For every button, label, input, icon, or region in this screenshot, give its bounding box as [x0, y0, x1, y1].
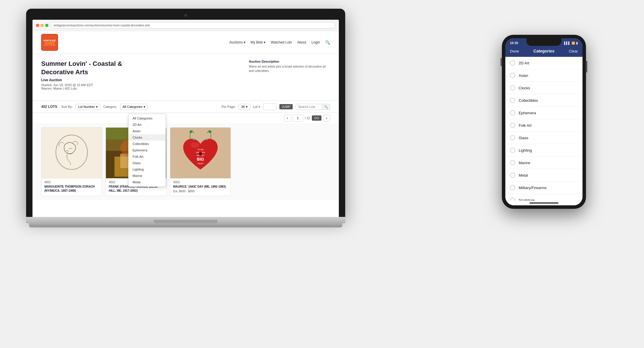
dropdown-item-2dart[interactable]: 2D Art [129, 122, 166, 128]
phone-label-marine: Marine [519, 161, 530, 165]
phone-radio-metal[interactable] [510, 173, 515, 178]
category-label: Category: [103, 105, 117, 108]
lot-number-input[interactable] [263, 103, 276, 110]
phone-category-folk-art[interactable]: Folk Art [505, 119, 583, 132]
jump-button[interactable]: JUMP [279, 104, 293, 109]
go-button[interactable]: GO [312, 115, 321, 121]
lot-estimate-4003: Est. $600 - $800 [173, 189, 228, 193]
sort-by-label: Sort By: [61, 105, 73, 108]
phone-radio-clocks[interactable] [510, 85, 515, 90]
phone-volume-button [501, 58, 502, 66]
webcam [184, 14, 187, 17]
phone-radio-2dart[interactable] [510, 60, 515, 66]
phone-category-collectibles[interactable]: Collectibles [505, 94, 583, 107]
dropdown-item-metal[interactable]: Metal [129, 179, 166, 185]
auction-info: Summer Lovin' - Coastal &Decorative Arts… [32, 54, 339, 101]
phone: 16:35 ▌▌▌ 📶 ▮ Done Categories Clear 2D A… [502, 35, 586, 209]
category-select[interactable]: All Categories ▾ [120, 104, 148, 110]
phone-radio-lighting[interactable] [510, 148, 515, 153]
battery-icon: ▮ [576, 41, 578, 45]
lot-number-4003: 4003 [173, 181, 228, 184]
signal-icon: ▌▌▌ [564, 41, 570, 45]
sort-by-select[interactable]: Lot Number ▾ [75, 104, 100, 110]
phone-category-marine[interactable]: Marine [505, 157, 583, 169]
laptop-foot [29, 223, 342, 227]
phone-radio-ephemera[interactable] [510, 110, 515, 115]
page-number-input[interactable] [293, 115, 303, 122]
logo-vintage: VINTAGE [44, 39, 56, 42]
phone-done-button[interactable]: Done [510, 49, 519, 53]
nav-login[interactable]: Login [312, 40, 320, 44]
phone-label-folk-art: Folk Art [519, 123, 531, 128]
page-info: / 12 [305, 116, 310, 120]
lot-card-4003[interactable]: To My Valentine with the BIG Heart [170, 127, 231, 196]
dropdown-item-lighting[interactable]: Lighting [129, 166, 166, 173]
minimize-button-tl[interactable] [41, 24, 44, 27]
dropdown-item-collectibles[interactable]: Collectibles [129, 141, 166, 147]
phone-clear-button[interactable]: Clear [569, 49, 578, 53]
chevron-down-icon: ▾ [96, 105, 98, 109]
phone-radio-marine[interactable] [510, 160, 515, 165]
phone-home-indicator [505, 201, 583, 205]
address-bar[interactable]: vintageaccentsauctions.com/auctions/summ… [51, 22, 335, 28]
laptop-screen: vintageaccentsauctions.com/auctions/summ… [32, 20, 339, 217]
phone-radio-asian[interactable] [510, 73, 515, 78]
camera-bar [32, 14, 339, 17]
phone-radio-collectibles[interactable] [510, 98, 515, 103]
phone-screen: 16:35 ▌▌▌ 📶 ▮ Done Categories Clear 2D A… [505, 38, 583, 205]
phone-power-button [586, 61, 587, 72]
phone-category-metal[interactable]: Metal [505, 169, 583, 182]
phone-radio-military[interactable] [510, 185, 515, 190]
dropdown-item-ephemera[interactable]: Ephemera [129, 147, 166, 153]
desc-title: Auction Description [249, 60, 330, 63]
dropdown-item-folk-art[interactable]: Folk Art [129, 153, 166, 160]
nav-about[interactable]: About [297, 40, 306, 44]
nav-my-bids[interactable]: My Bids ▾ [251, 40, 266, 44]
dropdown-item-clocks[interactable]: Clocks [129, 134, 166, 141]
nav-auctions[interactable]: Auctions ▾ [229, 40, 245, 44]
phone-time: 16:35 [510, 41, 518, 45]
phone-category-asian[interactable]: Asian [505, 69, 583, 82]
svg-text:Heart: Heart [198, 162, 203, 165]
search-icon[interactable]: 🔍 [325, 40, 330, 45]
lot-title-4001: MARGUERITE THOMPSON ZORACH (NY/ME/CA, 18… [44, 185, 99, 193]
phone-category-clocks[interactable]: Clocks [505, 82, 583, 94]
phone-category-2dart[interactable]: 2D Art [505, 57, 583, 69]
phone-category-glass[interactable]: Glass [505, 132, 583, 144]
per-page-select[interactable]: 36 ▾ [238, 104, 250, 110]
prev-page-button[interactable]: ‹ [284, 115, 291, 122]
phone-category-military[interactable]: Military/Firearms [505, 182, 583, 194]
phone-label-metal: Metal [519, 173, 528, 177]
svg-rect-0 [41, 128, 102, 178]
search-lots-button[interactable]: 🔍 [322, 104, 330, 110]
phone-category-ephemera[interactable]: Ephemera [505, 107, 583, 119]
auction-location: Warren, Maine | 402 Lots [41, 87, 237, 90]
next-page-button[interactable]: › [323, 115, 330, 122]
dropdown-item-glass[interactable]: Glass [129, 160, 166, 166]
close-button-tl[interactable] [36, 24, 39, 27]
laptop-frame: vintageaccentsauctions.com/auctions/summ… [26, 9, 345, 217]
dropdown-item-asian[interactable]: Asian [129, 128, 166, 134]
lot-card-4001[interactable]: 4001 MARGUERITE THOMPSON ZORACH (NY/ME/C… [41, 127, 102, 196]
nav-watched-lots[interactable]: Watched Lots [271, 40, 292, 44]
phone-radio-sculpture[interactable] [510, 197, 515, 201]
home-bar [529, 202, 558, 204]
search-lots-input[interactable] [296, 104, 322, 109]
phone-radio-glass[interactable] [510, 135, 515, 140]
phone-category-sculpture[interactable]: Sculpture [505, 194, 583, 201]
site-header: VINTAGE ACCENTS AUCTIONS Auctions ▾ My B… [32, 31, 339, 54]
laptop-base [26, 217, 345, 223]
maximize-button-tl[interactable] [45, 24, 48, 27]
phone-label-collectibles: Collectibles [519, 98, 538, 103]
svg-point-10 [190, 142, 199, 148]
svg-point-20 [206, 139, 208, 140]
browser-chrome: vintageaccentsauctions.com/auctions/summ… [32, 20, 339, 31]
phone-category-lighting[interactable]: Lighting [505, 144, 583, 157]
dropdown-item-marine[interactable]: Marine [129, 173, 166, 179]
phone-frame: 16:35 ▌▌▌ 📶 ▮ Done Categories Clear 2D A… [502, 35, 586, 209]
lots-toolbar: 402 LOTS Sort By: Lot Number ▾ Category:… [32, 101, 339, 113]
logo[interactable]: VINTAGE ACCENTS AUCTIONS [41, 34, 58, 51]
phone-label-sculpture: Sculpture [519, 198, 535, 201]
phone-radio-folk-art[interactable] [510, 123, 515, 128]
dropdown-item-all[interactable]: All Categories [129, 115, 166, 122]
